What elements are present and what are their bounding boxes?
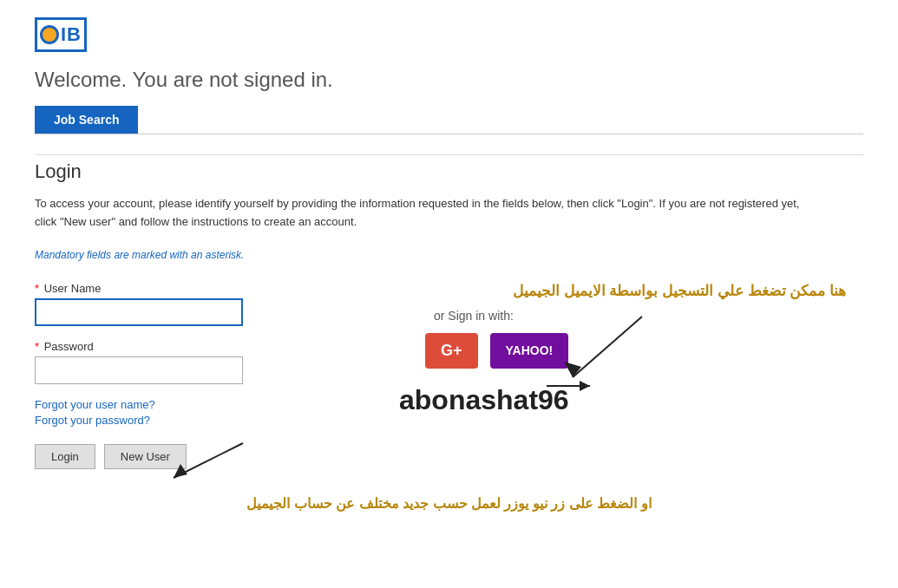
arabic-top-annotation: هنا ممكن تضغط علي التسجيل بواسطة الايميل… — [382, 282, 863, 300]
google-signin-button[interactable]: G+ — [425, 333, 478, 369]
forgot-links: Forgot your user name? Forgot your passw… — [35, 398, 330, 427]
divider — [35, 154, 863, 155]
password-asterisk: * — [35, 340, 39, 353]
buttons-row: Login New User — [35, 444, 330, 469]
tabs-bar: Job Search — [35, 106, 863, 134]
login-heading: Login — [35, 160, 863, 183]
login-button[interactable]: Login — [35, 444, 95, 469]
yahoo-signin-button[interactable]: YAHOO! — [490, 333, 569, 369]
mandatory-note: Mandatory fields are marked with an aste… — [35, 249, 863, 261]
right-panel: هنا ممكن تضغط علي التسجيل بواسطة الايميل… — [330, 282, 863, 469]
new-user-button[interactable]: New User — [104, 444, 187, 469]
tab-job-search[interactable]: Job Search — [35, 106, 138, 134]
logo-circle-icon — [40, 25, 59, 44]
logo-area: IB — [35, 17, 863, 52]
social-buttons: G+ YAHOO! — [425, 333, 863, 369]
displayed-username: abonashat96 — [399, 384, 863, 416]
left-panel: * User Name * Password Forgot your user … — [35, 282, 330, 469]
forgot-username-link[interactable]: Forgot your user name? — [35, 398, 330, 411]
sign-in-with-label: or Sign in with: — [434, 309, 863, 323]
username-field-group: * User Name — [35, 282, 330, 326]
password-label: * Password — [35, 340, 330, 353]
arabic-bottom-annotation: او الضغط على زر نيو يوزر لعمل حسب جديد م… — [35, 495, 863, 512]
username-label: * User Name — [35, 282, 330, 295]
username-input[interactable] — [35, 298, 243, 326]
welcome-text: Welcome. You are not signed in. — [35, 68, 863, 92]
logo-text: IB — [61, 23, 82, 46]
forgot-password-link[interactable]: Forgot your password? — [35, 414, 330, 427]
password-field-group: * Password — [35, 340, 330, 384]
username-asterisk: * — [35, 282, 39, 295]
login-description: To access your account, please identify … — [35, 195, 816, 232]
main-content: * User Name * Password Forgot your user … — [35, 282, 863, 469]
password-input[interactable] — [35, 356, 243, 384]
logo: IB — [35, 17, 87, 52]
